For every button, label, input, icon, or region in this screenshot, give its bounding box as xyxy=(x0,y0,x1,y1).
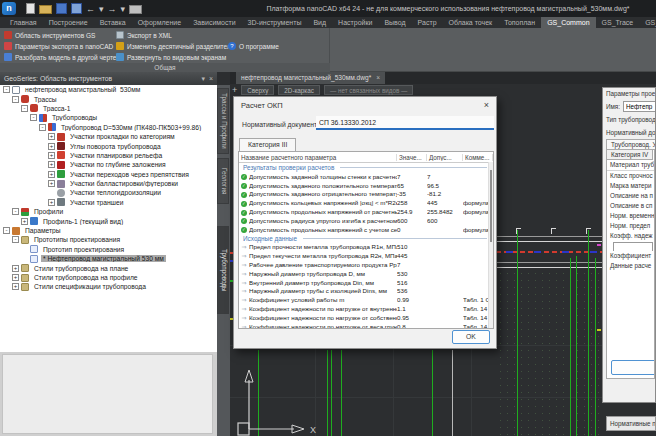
tree-expander[interactable]: + xyxy=(12,283,19,290)
table-row[interactable]: ⇒ Внутренний диаметр трубопровода Din, м… xyxy=(239,278,493,287)
tree-expander[interactable]: - xyxy=(21,105,28,112)
table-row[interactable]: ⇒ Предел прочности металла трубопровода … xyxy=(239,243,493,252)
ribbon-button[interactable]: ? О программе xyxy=(228,41,308,51)
tree-item[interactable]: + Стили спецификации трубопровода xyxy=(0,282,217,291)
tree-item[interactable]: * Нефтепровод магистральный 530 мм xyxy=(0,254,217,263)
table-row[interactable]: ✓ Допустимость заданного отрицательного … xyxy=(239,190,493,199)
category-tab[interactable]: Категория III xyxy=(239,138,296,151)
empty-input[interactable] xyxy=(613,242,653,251)
tree-expander[interactable]: + xyxy=(21,218,28,225)
tree-item[interactable]: + Стили трубопровода на плане xyxy=(0,263,217,272)
tree-expander[interactable]: - xyxy=(12,236,19,243)
normative-doc-input[interactable] xyxy=(316,116,494,130)
side-tab-Геология[interactable]: Геология xyxy=(217,158,229,204)
col-allowed[interactable]: Допус... xyxy=(427,154,463,161)
ribbon-button[interactable]: Развернуть по видовым экранам xyxy=(116,52,228,62)
param-row[interactable]: Описание на п xyxy=(607,191,654,201)
ribbon-tab-Облака точек[interactable]: Облака точек xyxy=(443,17,499,28)
tree-expander[interactable]: + xyxy=(48,152,55,159)
viewport-button[interactable]: 2D-каркас xyxy=(278,85,320,95)
param-row[interactable]: Норм. предел xyxy=(607,221,654,231)
param-row[interactable]: Коэфф. надеж xyxy=(607,231,654,241)
side-tab-Трубопроводы[interactable]: Трубопроводы xyxy=(217,226,229,314)
ribbon-button[interactable]: Область инструментов GS xyxy=(4,30,116,40)
save-as-icon[interactable] xyxy=(71,3,82,14)
table-scrollbar[interactable] xyxy=(488,162,493,328)
ribbon-tab-Вывод[interactable]: Вывод xyxy=(378,17,411,28)
redo-caret-icon[interactable]: ▾ xyxy=(121,4,126,14)
tree-item[interactable]: Участки теплогидроизоляции xyxy=(0,188,217,197)
save-icon[interactable] xyxy=(56,3,67,14)
table-row[interactable]: ⇒ Коэффициент условий работы m 0.99 Табл… xyxy=(239,295,493,304)
table-row[interactable]: ✓ Допустимость заданного положительного … xyxy=(239,181,493,190)
table-row[interactable]: ✓ Допустимость радиуса упругого изгиба к… xyxy=(239,216,493,225)
col-comment[interactable]: Комме... xyxy=(463,154,493,161)
ribbon-tab-Растр[interactable]: Растр xyxy=(412,17,443,28)
dock-icon[interactable]: ▾ xyxy=(201,72,205,85)
ribbon-tab-GS_Common[interactable]: GS_Common xyxy=(541,17,595,28)
col-value[interactable]: Значе... xyxy=(397,154,427,161)
category-iv-tab[interactable]: Категория IV xyxy=(607,150,653,160)
ribbon-tab-Построение[interactable]: Построение xyxy=(43,17,94,28)
name-input[interactable] xyxy=(623,101,656,112)
param-row[interactable] xyxy=(607,241,654,251)
table-row[interactable]: ✓ Допустимость продольных напряжений от … xyxy=(239,207,493,216)
tree-item[interactable]: + Участки траншеи xyxy=(0,198,217,207)
tree-expander[interactable]: - xyxy=(3,86,10,93)
tree-expander[interactable]: + xyxy=(12,265,19,272)
tree-item[interactable]: - Трассы xyxy=(0,94,217,103)
ribbon-tab-Главная[interactable]: Главная xyxy=(4,17,43,28)
ribbon-tab-Зависимости[interactable]: Зависимости xyxy=(187,17,241,28)
redo-icon[interactable]: → xyxy=(108,4,117,14)
tree-expander[interactable]: + xyxy=(48,199,55,206)
tree-expander[interactable]: - xyxy=(30,114,37,121)
ribbon-button[interactable]: Изменить десятичный разделитель xyxy=(116,41,228,51)
undo-icon[interactable]: ← xyxy=(86,4,95,14)
param-row[interactable]: Коэффициент xyxy=(607,251,654,261)
param-row[interactable]: Описание в сп xyxy=(607,201,654,211)
tree-expander[interactable]: + xyxy=(12,274,19,281)
tree-expander[interactable]: - xyxy=(12,208,19,215)
tree-expander[interactable]: + xyxy=(48,171,55,178)
pipeline-tab[interactable]: Трубопровод. У xyxy=(606,139,656,149)
table-row[interactable]: ⇒ Рабочее давление транспортируемого про… xyxy=(239,260,493,269)
tree-item[interactable]: + Профиль-1 (текущий вид) xyxy=(0,216,217,225)
ribbon-tab-Настройки[interactable]: Настройки xyxy=(332,17,378,28)
ribbon-tab-Вставка[interactable]: Вставка xyxy=(94,17,132,28)
document-close-icon[interactable]: × xyxy=(376,72,380,84)
param-row[interactable]: Материал труб xyxy=(607,160,654,171)
table-row[interactable]: ⇒ Предел текучести металла трубопровода … xyxy=(239,251,493,260)
ribbon-tab-Вид[interactable]: Вид xyxy=(307,17,332,28)
tree-item[interactable]: - Трубопроводы xyxy=(0,113,217,122)
tree-item[interactable]: + Углы поворота трубопровода xyxy=(0,141,217,150)
tree-item[interactable]: + Участки планировки рельефа xyxy=(0,151,217,160)
param-row[interactable]: Марка матери xyxy=(607,181,654,191)
table-row[interactable]: ⇒ Коэффициент надежности по нагрузке от … xyxy=(239,322,493,329)
table-row[interactable]: ✓ Допустимость продольных напряжений с у… xyxy=(239,225,493,234)
ribbon-tab-Топоплан[interactable]: Топоплан xyxy=(498,17,541,28)
tree-item[interactable]: - Профили xyxy=(0,207,217,216)
toolbox-panel-header[interactable]: GeoSeries: Область инструментов ▾ × xyxy=(0,72,217,85)
tree-item[interactable]: + Участки прокладки по категориям xyxy=(0,132,217,141)
open-folder-icon[interactable] xyxy=(39,5,52,14)
tree-item[interactable]: - Трубопровод D=530мм (ПК480-ПК503+99.86… xyxy=(0,123,217,132)
param-row[interactable]: Класс прочнос xyxy=(607,171,654,181)
tree-item[interactable]: Прототип проектирования xyxy=(0,245,217,254)
viewport-crosshair-icon[interactable]: + xyxy=(232,85,237,95)
tree-expander[interactable]: - xyxy=(12,96,19,103)
viewport-button[interactable]: — нет связанных видов — xyxy=(324,85,413,95)
panel-action-button[interactable] xyxy=(611,360,655,375)
tree-item[interactable]: + Участки переходов через препятствия xyxy=(0,170,217,179)
tree-expander[interactable]: + xyxy=(48,180,55,187)
viewport-button[interactable]: Сверху xyxy=(241,85,274,95)
table-row[interactable]: ✓ Допустимость заданной толщины стенки к… xyxy=(239,172,493,181)
tree-expander[interactable]: + xyxy=(48,161,55,168)
new-file-icon[interactable] xyxy=(26,3,35,14)
table-row[interactable]: ⇒ Коэффициент надежности по нагрузке от … xyxy=(239,304,493,313)
document-tab[interactable]: нефтепровод магистральный_530мм.dwg* × xyxy=(236,72,385,84)
normative-docs-bar[interactable]: Нормативные п xyxy=(606,416,656,431)
param-row[interactable]: Данные расче xyxy=(607,261,654,271)
tree-item[interactable]: - Трасса-1 xyxy=(0,104,217,113)
tree-expander[interactable]: + xyxy=(48,133,55,140)
ribbon-tab-3D-инструменты[interactable]: 3D-инструменты xyxy=(242,17,308,28)
